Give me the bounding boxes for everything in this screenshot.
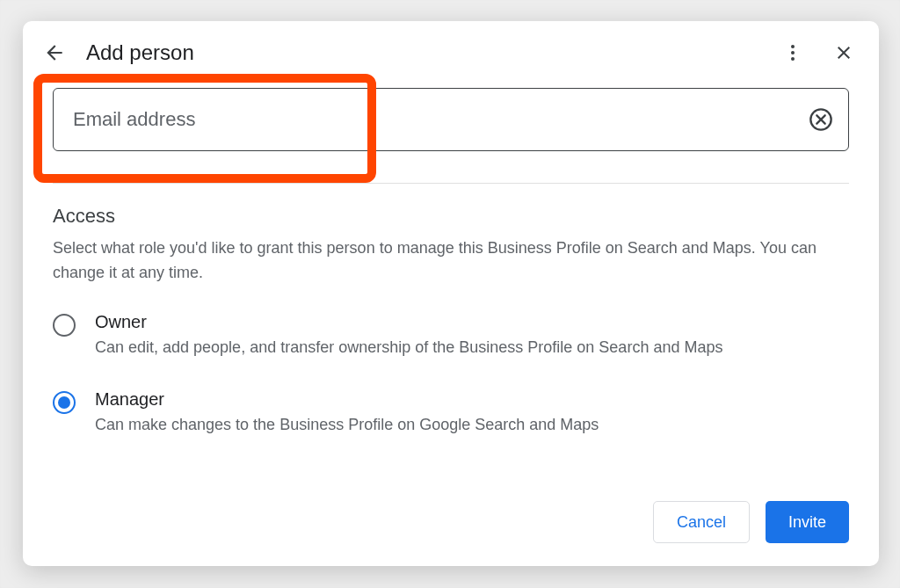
role-text: Owner Can edit, add people, and transfer… [95,312,849,359]
email-field-wrap [53,88,849,151]
role-label: Owner [95,312,849,332]
access-section-title: Access [53,205,849,228]
divider [53,183,849,184]
access-section-desc: Select what role you'd like to grant thi… [53,236,849,286]
email-input[interactable] [53,88,849,151]
back-button[interactable] [39,37,70,69]
dialog-body: Access Select what role you'd like to gr… [23,83,879,501]
svg-point-1 [791,51,795,54]
role-text: Manager Can make changes to the Business… [95,389,849,437]
svg-point-2 [791,57,795,61]
role-option-owner[interactable]: Owner Can edit, add people, and transfer… [53,312,849,359]
radio-icon [53,314,76,337]
dialog-footer: Cancel Invite [23,501,879,566]
more-vertical-icon [782,42,803,63]
arrow-left-icon [43,41,66,64]
cancel-button[interactable]: Cancel [653,501,750,543]
role-desc: Can edit, add people, and transfer owner… [95,336,849,359]
invite-button[interactable]: Invite [766,501,849,543]
role-desc: Can make changes to the Business Profile… [95,413,849,437]
close-icon [833,42,854,63]
add-person-dialog: Add person Access Select what role you'd… [23,21,879,566]
more-options-button[interactable] [777,37,809,69]
role-option-manager[interactable]: Manager Can make changes to the Business… [53,389,849,437]
dialog-header: Add person [23,21,879,83]
dialog-title: Add person [86,40,761,65]
clear-circle-icon [809,107,833,132]
svg-point-0 [791,45,795,48]
radio-icon [53,391,76,414]
header-actions [777,37,860,69]
clear-input-button[interactable] [807,105,835,134]
role-label: Manager [95,389,849,410]
close-button[interactable] [828,37,860,69]
